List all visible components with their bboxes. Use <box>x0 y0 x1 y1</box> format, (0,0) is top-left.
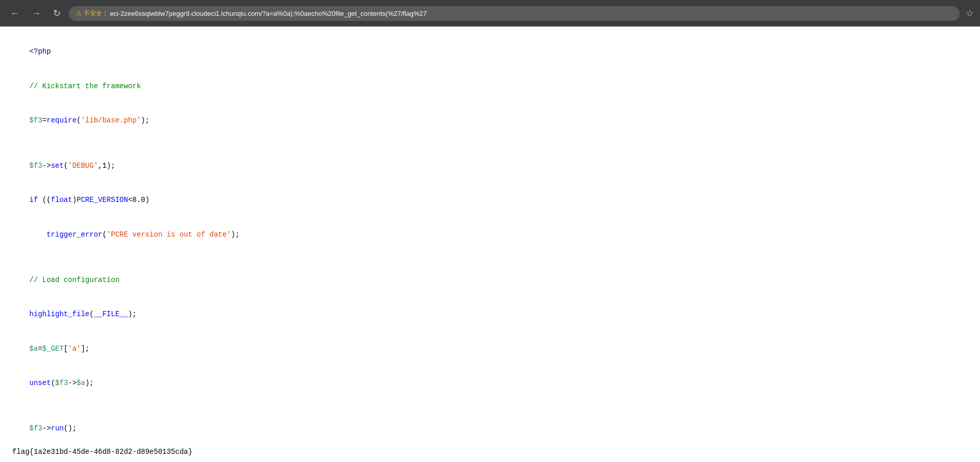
page-content: <?php // Kickstart the framework $f3=req… <box>0 27 980 462</box>
if-float-line: if ((float)PCRE_VERSION<8.0) <box>30 196 150 204</box>
code-block: <?php // Kickstart the framework $f3=req… <box>12 35 968 446</box>
run-line: $f3->run(); <box>30 424 77 432</box>
comment-kickstart: // Kickstart the framework <box>30 82 141 90</box>
trigger-error-line: trigger_error('PCRE version is out of da… <box>30 230 240 239</box>
flag-value: flag{1a2e31bd-45de-46d8-82d2-d89e50135cd… <box>12 448 968 456</box>
comment-load-config: // Load configuration <box>30 276 119 284</box>
get-a-line: $a=$_GET['a']; <box>30 345 90 353</box>
warning-icon: ⚠ <box>76 10 82 17</box>
browser-chrome: ← → ↻ ⚠ 不安全 | eci-2zee6ssqiwblw7peggr9.c… <box>0 0 980 27</box>
reload-button[interactable]: ↻ <box>49 6 65 21</box>
back-button[interactable]: ← <box>6 6 23 21</box>
url-text: eci-2zee6ssqiwblw7peggr9.cloudeci1.ichun… <box>110 10 427 17</box>
separator: | <box>104 10 106 17</box>
php-open-tag: <?php <box>30 47 51 56</box>
require-line: $f3=require('lib/base.php'); <box>30 116 150 124</box>
set-debug-line: $f3->set('DEBUG',1); <box>30 162 115 170</box>
forward-button[interactable]: → <box>28 6 45 21</box>
address-bar[interactable]: ⚠ 不安全 | eci-2zee6ssqiwblw7peggr9.cloudec… <box>69 6 960 21</box>
unset-line: unset($f3->$a); <box>30 379 94 387</box>
highlight-file-line: highlight_file(__FILE__); <box>30 310 137 318</box>
security-warning: ⚠ 不安全 | <box>76 9 106 18</box>
security-text: 不安全 <box>84 9 102 18</box>
bookmark-button[interactable]: ☆ <box>966 8 974 19</box>
